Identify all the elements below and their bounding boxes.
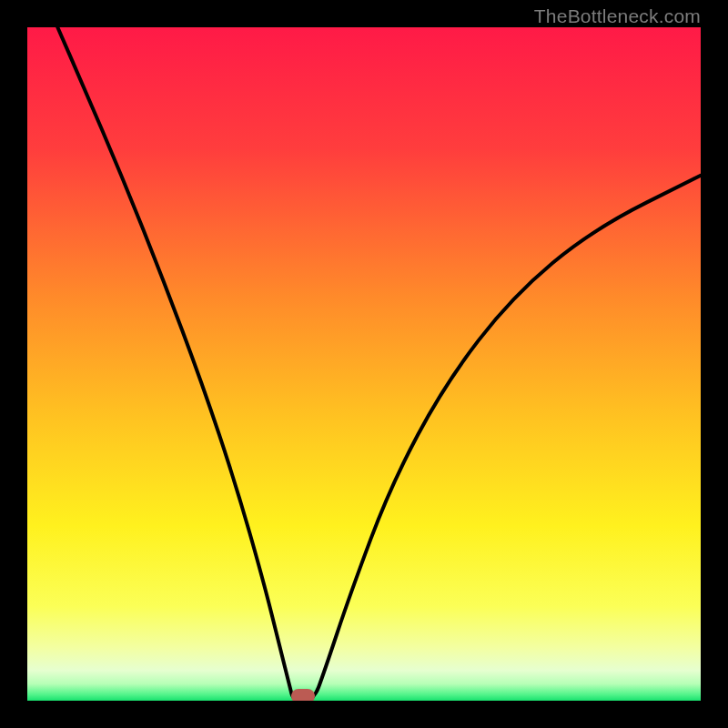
chart-frame: TheBottleneck.com <box>0 0 728 728</box>
plot-area <box>27 27 701 701</box>
bottleneck-curve <box>27 27 701 701</box>
optimal-point-marker <box>291 689 315 701</box>
attribution-text: TheBottleneck.com <box>534 5 701 27</box>
